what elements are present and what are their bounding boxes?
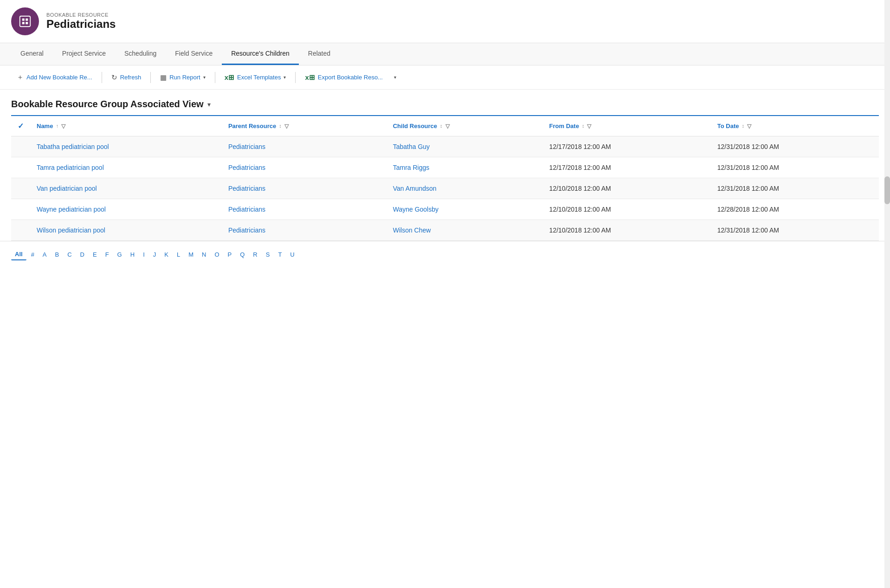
alpha-item-all[interactable]: All xyxy=(11,249,26,260)
table-row: Tamra pediatrician poolPediatriciansTamr… xyxy=(11,157,879,178)
tab-scheduling[interactable]: Scheduling xyxy=(115,43,166,65)
alpha-item-b[interactable]: B xyxy=(52,249,63,260)
col-header-from-date[interactable]: From Date ↕ ▽ xyxy=(543,116,711,136)
excel-icon-2: x⊞ xyxy=(305,73,315,82)
row-parent-resource[interactable]: Pediatricians xyxy=(222,220,387,241)
col-header-parent-resource[interactable]: Parent Resource ↕ ▽ xyxy=(222,116,387,136)
header-subtitle: BOOKABLE RESOURCE xyxy=(46,12,116,18)
svg-rect-2 xyxy=(26,19,28,21)
select-all-checkbox[interactable]: ✓ xyxy=(11,116,30,136)
row-parent-resource[interactable]: Pediatricians xyxy=(222,199,387,220)
alpha-item-a[interactable]: A xyxy=(39,249,51,260)
alpha-item-u[interactable]: U xyxy=(286,249,298,260)
row-child-resource[interactable]: Van Amundson xyxy=(387,178,543,199)
row-checkbox[interactable] xyxy=(11,220,30,241)
parent-resource-filter-icon[interactable]: ▽ xyxy=(284,123,289,129)
alpha-item-q[interactable]: Q xyxy=(236,249,248,260)
app-header: BOOKABLE RESOURCE Pediatricians xyxy=(0,0,890,43)
add-new-button[interactable]: ＋ Add New Bookable Re... xyxy=(11,70,98,84)
row-to-date: 12/31/2018 12:00 AM xyxy=(711,220,879,241)
excel-icon-1: x⊞ xyxy=(225,73,234,82)
from-date-sort-icon[interactable]: ↕ xyxy=(582,123,585,129)
svg-rect-4 xyxy=(26,22,28,24)
tab-project-service[interactable]: Project Service xyxy=(53,43,115,65)
tab-related[interactable]: Related xyxy=(299,43,340,65)
alpha-item-d[interactable]: D xyxy=(77,249,88,260)
col-header-child-resource[interactable]: Child Resource ↕ ▽ xyxy=(387,116,543,136)
parent-resource-sort-icon[interactable]: ↕ xyxy=(279,123,282,129)
alpha-item-s[interactable]: S xyxy=(262,249,274,260)
alpha-item-r[interactable]: R xyxy=(249,249,261,260)
run-report-chevron: ▾ xyxy=(203,75,206,80)
alpha-item-l[interactable]: L xyxy=(173,249,184,260)
alpha-item-h[interactable]: H xyxy=(127,249,138,260)
alpha-item-p[interactable]: P xyxy=(224,249,236,260)
alpha-item-g[interactable]: G xyxy=(114,249,126,260)
alpha-item-t[interactable]: T xyxy=(274,249,285,260)
row-name[interactable]: Wilson pediatrician pool xyxy=(30,220,222,241)
tab-resources-children[interactable]: Resource's Children xyxy=(222,43,299,65)
row-child-resource[interactable]: Wayne Goolsby xyxy=(387,199,543,220)
name-filter-icon[interactable]: ▽ xyxy=(61,123,65,129)
scrollbar[interactable] xyxy=(884,0,890,268)
refresh-label: Refresh xyxy=(120,74,142,81)
row-name[interactable]: Tabatha pediatrician pool xyxy=(30,136,222,157)
view-title-chevron[interactable]: ▾ xyxy=(207,101,211,108)
row-parent-resource[interactable]: Pediatricians xyxy=(222,157,387,178)
export-label: Export Bookable Reso... xyxy=(318,74,383,81)
refresh-button[interactable]: ↻ Refresh xyxy=(106,71,147,84)
row-parent-resource[interactable]: Pediatricians xyxy=(222,136,387,157)
col-name-label: Name xyxy=(37,123,53,129)
row-child-resource[interactable]: Tamra Riggs xyxy=(387,157,543,178)
tab-field-service[interactable]: Field Service xyxy=(166,43,222,65)
export-dropdown-button[interactable]: ▾ xyxy=(390,72,400,83)
view-title: Bookable Resource Group Associated View xyxy=(11,99,204,110)
alpha-item-i[interactable]: I xyxy=(139,249,148,260)
excel-templates-button[interactable]: x⊞ Excel Templates ▾ xyxy=(219,71,292,84)
alpha-item-j[interactable]: J xyxy=(149,249,160,260)
row-parent-resource[interactable]: Pediatricians xyxy=(222,178,387,199)
name-sort-icon[interactable]: ↑ xyxy=(56,123,58,129)
alpha-item-e[interactable]: E xyxy=(89,249,101,260)
row-name[interactable]: Wayne pediatrician pool xyxy=(30,199,222,220)
child-resource-filter-icon[interactable]: ▽ xyxy=(445,123,450,129)
bookable-resource-icon xyxy=(18,14,32,28)
row-checkbox[interactable] xyxy=(11,157,30,178)
col-header-to-date[interactable]: To Date ↕ ▽ xyxy=(711,116,879,136)
row-checkbox[interactable] xyxy=(11,136,30,157)
to-date-sort-icon[interactable]: ↕ xyxy=(742,123,745,129)
row-checkbox[interactable] xyxy=(11,178,30,199)
row-name[interactable]: Tamra pediatrician pool xyxy=(30,157,222,178)
to-date-filter-icon[interactable]: ▽ xyxy=(747,123,751,129)
from-date-filter-icon[interactable]: ▽ xyxy=(587,123,591,129)
alpha-item-#[interactable]: # xyxy=(27,249,38,260)
alpha-item-f[interactable]: F xyxy=(102,249,113,260)
row-name[interactable]: Van pediatrician pool xyxy=(30,178,222,199)
table-row: Wilson pediatrician poolPediatriciansWil… xyxy=(11,220,879,241)
row-from-date: 12/10/2018 12:00 AM xyxy=(543,199,711,220)
alpha-item-n[interactable]: N xyxy=(198,249,210,260)
row-child-resource[interactable]: Wilson Chew xyxy=(387,220,543,241)
tab-general[interactable]: General xyxy=(11,43,53,65)
row-child-resource[interactable]: Tabatha Guy xyxy=(387,136,543,157)
resource-group-table: ✓ Name ↑ ▽ Parent Resource ↕ ▽ xyxy=(11,115,879,241)
col-from-date-label: From Date xyxy=(549,123,579,129)
row-to-date: 12/31/2018 12:00 AM xyxy=(711,157,879,178)
alpha-item-o[interactable]: O xyxy=(211,249,223,260)
row-checkbox[interactable] xyxy=(11,199,30,220)
run-report-button[interactable]: ▦ Run Report ▾ xyxy=(155,71,211,84)
export-dropdown-chevron: ▾ xyxy=(394,75,396,80)
child-resource-sort-icon[interactable]: ↕ xyxy=(440,123,443,129)
excel-templates-chevron: ▾ xyxy=(284,75,286,80)
alpha-item-m[interactable]: M xyxy=(185,249,197,260)
excel-templates-label: Excel Templates xyxy=(237,74,281,81)
alpha-item-c[interactable]: C xyxy=(64,249,75,260)
export-button[interactable]: x⊞ Export Bookable Reso... xyxy=(299,71,388,84)
scrollbar-thumb[interactable] xyxy=(884,176,890,204)
toolbar-divider-3 xyxy=(215,72,215,83)
toolbar-divider-2 xyxy=(150,72,151,83)
col-header-name[interactable]: Name ↑ ▽ xyxy=(30,116,222,136)
table-row: Tabatha pediatrician poolPediatriciansTa… xyxy=(11,136,879,157)
run-report-label: Run Report xyxy=(169,74,200,81)
alpha-item-k[interactable]: K xyxy=(161,249,172,260)
